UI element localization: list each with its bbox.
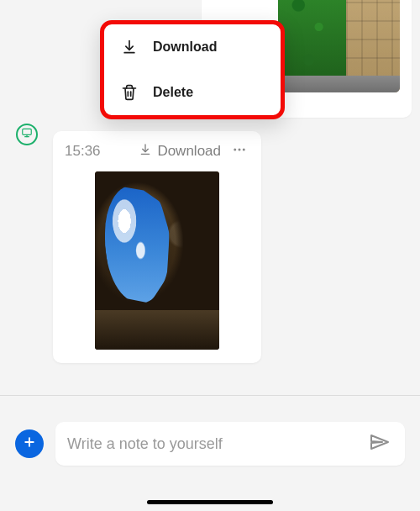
divider (0, 395, 420, 396)
send-icon (369, 432, 389, 456)
more-horizontal-icon (232, 142, 247, 161)
composer (0, 412, 420, 476)
context-menu-delete[interactable]: Delete (104, 70, 281, 115)
message-card: 15:36 Download (53, 131, 261, 363)
plus-icon (23, 435, 36, 452)
device-badge (16, 124, 38, 145)
context-menu: Download Delete (100, 20, 285, 119)
svg-point-9 (234, 149, 236, 151)
context-menu-delete-label: Delete (153, 85, 193, 100)
home-indicator (147, 500, 273, 504)
svg-point-10 (239, 149, 241, 151)
svg-point-11 (243, 149, 245, 151)
message-header: 15:36 Download (53, 131, 261, 168)
download-icon (139, 143, 152, 161)
message-image[interactable] (95, 171, 219, 350)
message-download-label: Download (157, 143, 221, 160)
message-image-thumbnail[interactable] (278, 0, 400, 92)
svg-marker-14 (371, 435, 388, 449)
message-more-button[interactable] (229, 141, 249, 161)
context-menu-download[interactable]: Download (104, 24, 281, 70)
send-button[interactable] (365, 429, 393, 458)
svg-rect-4 (23, 129, 32, 134)
add-attachment-button[interactable] (15, 429, 44, 458)
trash-icon (121, 84, 138, 101)
message-timestamp: 15:36 (65, 143, 101, 160)
download-icon (121, 39, 138, 55)
desktop-icon (21, 127, 33, 142)
message-download-button[interactable]: Download (139, 143, 221, 161)
note-input-container (55, 422, 405, 466)
note-input[interactable] (67, 435, 365, 453)
context-menu-download-label: Download (153, 40, 217, 55)
